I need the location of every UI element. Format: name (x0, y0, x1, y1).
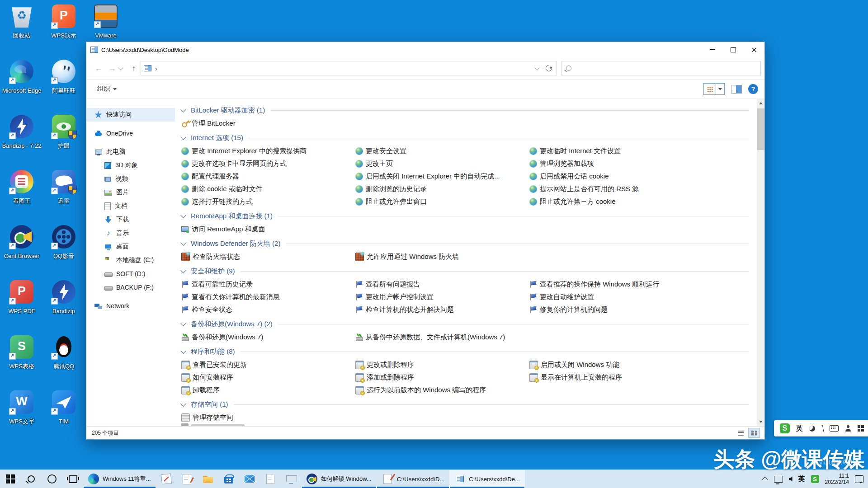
task-item[interactable]: 启用或关闭 Internet Explorer 中的自动完成... (354, 170, 528, 183)
group-header[interactable]: BitLocker 驱动器加密 (1) (180, 103, 757, 117)
sidebar-item-3d-对象[interactable]: 3D 对象 (86, 159, 175, 172)
task-item[interactable]: 修复你的计算机的问题 (528, 303, 659, 316)
desktop-icon-qqplayer[interactable]: QQ影音 (43, 225, 85, 259)
task-item[interactable]: 管理浏览器加载项 (528, 157, 639, 170)
cortana-button[interactable] (42, 470, 62, 488)
task-item[interactable]: 提示网站上是否有可用的 RSS 源 (528, 183, 639, 195)
desktop-icon-tim[interactable]: TIM (43, 390, 85, 425)
taskbar-pinned-store[interactable] (218, 470, 239, 488)
search-input[interactable] (571, 61, 760, 75)
start-button[interactable] (0, 470, 21, 488)
taskbar-button-cent[interactable]: 如何解锁 Window... (302, 470, 377, 488)
task-item[interactable]: 如何安装程序 (180, 371, 354, 384)
breadcrumb-chevron-icon[interactable]: › (155, 65, 157, 72)
task-item[interactable]: 查看所有问题报告 (354, 278, 528, 291)
group-header[interactable]: Windows Defender 防火墙 (2) (180, 237, 757, 250)
group-header[interactable]: 程序和功能 (8) (180, 345, 757, 358)
task-item[interactable]: 检查计算机的状态并解决问题 (354, 303, 528, 316)
taskbar-pinned-paint[interactable] (156, 470, 177, 488)
scrollbar-thumb[interactable] (757, 108, 764, 150)
task-item[interactable]: 更改安全设置 (354, 145, 528, 157)
collapse-chevron-icon[interactable] (180, 134, 186, 140)
scroll-down-button[interactable] (757, 418, 764, 426)
collapse-chevron-icon[interactable] (180, 212, 186, 218)
desktop-icon-bandizip[interactable]: Bandizip - 7.22 (1, 115, 42, 149)
group-header[interactable]: Internet 选项 (15) (180, 131, 757, 145)
title-bar[interactable]: C:\Users\xxdd\Desktop\GodMode (86, 42, 764, 57)
icons-view-button[interactable] (704, 84, 716, 94)
collapse-chevron-icon[interactable] (180, 401, 186, 407)
person-icon[interactable] (845, 425, 851, 432)
address-bar[interactable]: › (141, 61, 557, 75)
taskbar-button-notepad2[interactable]: C:\Users\xxdd\D... (377, 470, 449, 488)
task-item[interactable]: 查看推荐的操作保持 Windows 顺利运行 (528, 278, 659, 291)
sidebar-item-文档[interactable]: 文档 (86, 199, 175, 213)
up-button[interactable]: ↑ (127, 64, 141, 73)
taskbar-pinned-mail[interactable] (239, 470, 260, 488)
sidebar-item-network[interactable]: Network (86, 299, 175, 313)
sidebar-item-soft-(d:)[interactable]: SOFT (D:) (86, 267, 175, 281)
sidebar-item-下载[interactable]: 下载 (86, 213, 175, 226)
search-box[interactable] (561, 61, 761, 75)
task-item[interactable]: 从备份中还原数据、文件或计算机(Windows 7) (354, 331, 528, 343)
collapse-chevron-icon[interactable] (180, 267, 186, 273)
sidebar-item-快速访问[interactable]: 快速访问 (86, 108, 175, 122)
task-item[interactable]: 查看有关你计算机的最新消息 (180, 291, 354, 303)
view-dropdown-button[interactable] (716, 86, 724, 92)
task-item[interactable]: 删除 cookie 或临时文件 (180, 183, 354, 195)
task-item[interactable]: 启用或禁用会话 cookie (528, 170, 639, 183)
task-item[interactable]: 运行为以前版本的 Windows 编写的程序 (354, 384, 528, 396)
forward-button[interactable]: → (105, 64, 119, 73)
task-item[interactable]: 阻止或允许第三方 cookie (528, 195, 639, 208)
task-item[interactable]: 检查安全状态 (180, 303, 354, 316)
taskbar-button-edge[interactable]: Windows 11将重... (83, 470, 156, 488)
desktop-icon-kantuwang[interactable]: 看图王 (1, 170, 42, 204)
task-view-button[interactable] (62, 470, 83, 488)
hidden-icons-chevron[interactable] (761, 477, 768, 483)
desktop-icon-wangwang[interactable]: 阿里旺旺 (43, 60, 85, 94)
taskbar-search-button[interactable] (21, 470, 42, 488)
taskbar-pinned-folder[interactable] (198, 470, 218, 488)
change-view-button[interactable] (703, 83, 725, 95)
refresh-button[interactable] (543, 62, 555, 74)
sidebar-item-onedrive[interactable]: OneDrive (86, 127, 175, 140)
collapse-chevron-icon[interactable] (180, 107, 186, 113)
taskbar-pinned-journal[interactable] (177, 470, 198, 488)
sidebar-item-backup-(f:)[interactable]: BACKUP (F:) (86, 281, 175, 294)
desktop-icon-huyan[interactable]: 护眼 (43, 115, 85, 149)
sidebar-item-本地磁盘-(c:)[interactable]: 本地磁盘 (C:) (86, 253, 175, 267)
group-header[interactable]: RemoteApp 和桌面连接 (1) (180, 209, 757, 223)
task-item[interactable]: 检查防火墙状态 (180, 250, 354, 263)
sidebar-item-视频[interactable]: 视频 (86, 172, 175, 186)
network-tray-icon[interactable] (774, 476, 783, 483)
sidebar-item-此电脑[interactable]: 此电脑 (86, 145, 175, 159)
task-item[interactable]: 启用或关闭 Windows 功能 (528, 358, 622, 371)
ime-language-toggle[interactable]: 英 (796, 424, 803, 433)
close-button[interactable] (744, 42, 764, 57)
clock[interactable]: 11:1 2022/2/14 (825, 473, 849, 485)
task-item[interactable]: 查看已安装的更新 (180, 358, 354, 371)
sogou-ime-toolbar[interactable]: S 英 ’, (774, 420, 868, 436)
taskbar-button-cpl[interactable]: C:\Users\xxdd\De... (449, 470, 525, 488)
maximize-button[interactable] (723, 42, 744, 57)
history-dropdown-icon[interactable] (118, 65, 123, 70)
task-item[interactable]: 更改临时 Internet 文件设置 (528, 145, 639, 157)
desktop-icon-qq[interactable]: 腾讯QQ (43, 335, 85, 370)
preview-pane-button[interactable] (731, 85, 742, 94)
organize-button[interactable]: 组织 (97, 85, 117, 93)
task-item[interactable]: 更改主页 (354, 157, 528, 170)
desktop-icon-wpset[interactable]: WPS表格 (1, 335, 42, 370)
task-item[interactable]: 管理 BitLocker (180, 117, 354, 130)
desktop-icon-cent[interactable]: Cent Browser (1, 225, 42, 259)
task-item[interactable]: 配置代理服务器 (180, 170, 354, 183)
task-item[interactable]: 允许应用通过 Windows 防火墙 (354, 250, 528, 263)
task-item[interactable]: 更改或删除程序 (354, 358, 528, 371)
scrollbar-track[interactable] (757, 107, 764, 418)
sidebar-item-桌面[interactable]: 桌面 (86, 240, 175, 253)
task-item[interactable]: 更改在选项卡中显示网页的方式 (180, 157, 354, 170)
task-item[interactable]: 删除浏览的历史记录 (354, 183, 528, 195)
toolbox-grid-icon[interactable] (858, 425, 864, 432)
group-header[interactable]: 备份和还原(Windows 7) (2) (180, 317, 757, 331)
details-view-button[interactable] (735, 428, 746, 438)
vertical-scrollbar[interactable] (757, 99, 764, 426)
